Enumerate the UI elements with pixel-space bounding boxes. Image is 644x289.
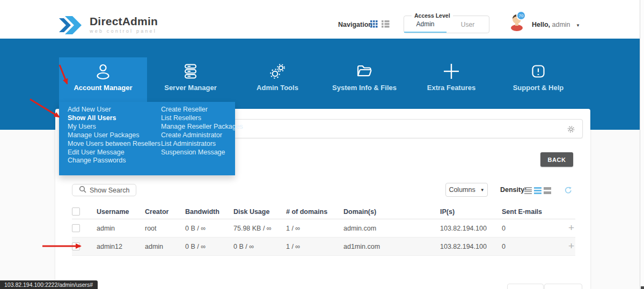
expand-row-icon[interactable]: + [568, 222, 575, 233]
table-row: admin root 0 B / ∞ 75.98 KB / ∞ 1 / ∞ ad… [72, 219, 575, 238]
alert-icon [529, 62, 547, 81]
header-bandwidth[interactable]: Bandwidth [185, 208, 233, 216]
header-username[interactable]: Username [97, 208, 145, 216]
access-level-legend: Access Level [412, 12, 453, 19]
directadmin-logo[interactable]: DirectAdmin web control panel [59, 16, 158, 37]
menu-item-add-new-user[interactable]: Add New User [68, 106, 160, 114]
pagination-control[interactable] [507, 284, 544, 289]
gear-icon[interactable] [567, 125, 575, 136]
folder-icon [355, 62, 374, 81]
chevron-down-icon: ▼ [576, 23, 580, 28]
back-button[interactable]: BACK [540, 152, 573, 167]
menu-item-my-users[interactable]: My Users [68, 123, 160, 131]
expand-row-icon[interactable]: + [568, 240, 575, 251]
menu-item-edit-user-message[interactable]: Edit User Message [68, 149, 160, 157]
header-num-domains[interactable]: # of domains [286, 208, 343, 216]
top-bar: DirectAdmin web control panel Navigation… [0, 0, 644, 39]
notification-badge: 70 [516, 11, 526, 20]
row-checkbox[interactable] [72, 224, 80, 232]
density-comfortable-icon[interactable] [544, 187, 551, 194]
table-header-row: Username Creator Bandwidth Disk Usage # … [72, 204, 575, 219]
row-checkbox[interactable] [72, 242, 80, 250]
nav-item-account-manager[interactable]: Account Manager [59, 57, 147, 102]
user-icon [94, 62, 112, 81]
menu-item-show-all-users[interactable]: Show All Users [68, 114, 160, 123]
user-avatar[interactable]: 70 [509, 13, 528, 32]
directadmin-chevron-icon [59, 16, 83, 37]
header-ips[interactable]: IP(s) [440, 208, 502, 216]
cell-username[interactable]: admin12 [97, 243, 145, 250]
menu-item-move-users-between-resellers[interactable]: Move Users between Resellers [68, 140, 160, 149]
server-icon [181, 62, 200, 81]
navigation-label: Navigation [338, 21, 372, 28]
nav-item-server-manager[interactable]: Server Manager [147, 57, 235, 102]
gears-icon [268, 62, 287, 81]
select-all-checkbox[interactable] [72, 208, 80, 216]
list-view-icon[interactable] [382, 20, 390, 30]
status-url-tooltip: 103.82.194.100:2222/admin/users# [0, 280, 98, 289]
menu-item-list-resellers[interactable]: List Resellers [161, 114, 243, 123]
pagination-control[interactable] [544, 284, 582, 289]
search-icon [79, 186, 86, 195]
menu-item-list-administrators[interactable]: List Administrators [161, 140, 243, 149]
show-search-button[interactable]: Show Search [72, 184, 136, 196]
account-manager-dropdown: Add New User Show All Users My Users Man… [59, 102, 235, 175]
username-text: admin [552, 21, 570, 28]
header-disk-usage[interactable]: Disk Usage [233, 208, 286, 216]
access-level-switcher: Access Level Admin User [404, 16, 489, 33]
grid-view-icon[interactable] [370, 20, 378, 30]
nav-item-admin-tools[interactable]: Admin Tools [233, 57, 321, 102]
density-compact-icon[interactable] [524, 187, 532, 194]
nav-item-support-help[interactable]: Support & Help [494, 57, 582, 102]
menu-item-manage-user-packages[interactable]: Manage User Packages [68, 131, 160, 140]
header-domains[interactable]: Domain(s) [343, 208, 440, 216]
directadmin-app: DirectAdmin web control panel Navigation… [0, 0, 644, 289]
density-medium-icon[interactable] [534, 187, 541, 194]
user-menu[interactable]: Hello, admin ▼ [532, 21, 580, 28]
menu-item-suspension-message[interactable]: Suspension Message [161, 149, 243, 157]
cell-username[interactable]: admin [97, 225, 145, 232]
nav-item-extra-features[interactable]: Extra Features [407, 57, 495, 102]
menu-item-create-reseller[interactable]: Create Reseller [161, 106, 243, 114]
table-row: admin12 admin 0 B / ∞ 0 B / ∞ 1 / ∞ ad1m… [72, 238, 575, 256]
greeting-text: Hello, [532, 21, 550, 28]
menu-item-manage-reseller-packages[interactable]: Manage Reseller Packages [161, 123, 243, 131]
header-sent-emails[interactable]: Sent E-mails [502, 208, 555, 216]
brand-name: DirectAdmin [90, 16, 158, 27]
menu-item-create-administrator[interactable]: Create Administrator [161, 131, 243, 140]
brand-tagline: web control panel [90, 28, 158, 34]
columns-dropdown-button[interactable]: Columns ▼ [445, 183, 488, 197]
scrollbar-corner [641, 286, 644, 289]
chevron-down-icon: ▼ [480, 188, 485, 192]
users-table: Username Creator Bandwidth Disk Usage # … [72, 204, 575, 256]
refresh-icon[interactable] [564, 187, 572, 196]
scrollbar[interactable] [640, 0, 644, 289]
plus-icon [442, 62, 460, 81]
access-level-user-tab[interactable]: User [447, 16, 489, 33]
nav-item-system-info-files[interactable]: System Info & Files [320, 57, 408, 102]
menu-item-change-passwords[interactable]: Change Passwords [68, 157, 160, 165]
density-label: Density: [500, 186, 526, 194]
header-creator[interactable]: Creator [145, 208, 185, 216]
